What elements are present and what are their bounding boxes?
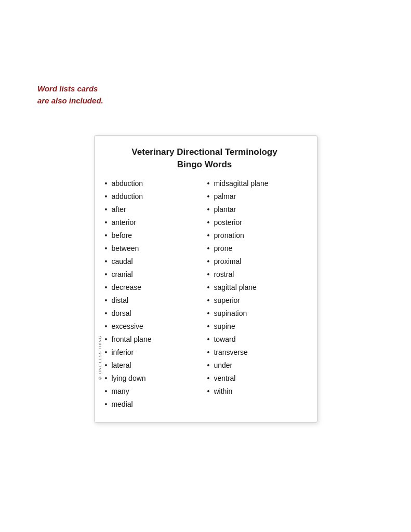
list-item: toward <box>207 334 304 345</box>
list-item: excessive <box>105 321 202 332</box>
list-item: midsagittal plane <box>207 178 304 189</box>
copyright-label: © ONE LESS THING <box>98 336 102 380</box>
list-item: rostral <box>207 269 304 280</box>
list-item: posterior <box>207 217 304 228</box>
list-item: ventral <box>207 373 304 384</box>
list-item: decrease <box>105 282 202 293</box>
list-item: cranial <box>105 269 202 280</box>
word-list-line2: are also included. <box>37 95 103 107</box>
list-item: proximal <box>207 256 304 267</box>
list-item: superior <box>207 295 304 306</box>
list-item: distal <box>105 295 202 306</box>
list-item: many <box>105 386 202 397</box>
list-item: anterior <box>105 217 202 228</box>
list-item: dorsal <box>105 308 202 319</box>
list-item: plantar <box>207 204 304 215</box>
list-item: lying down <box>105 373 202 384</box>
list-item: lateral <box>105 360 202 371</box>
list-item: adduction <box>105 191 202 202</box>
word-list-label: Word lists cards are also included. <box>37 83 103 107</box>
list-item: between <box>105 243 202 254</box>
list-item: under <box>207 360 304 371</box>
right-word-column: midsagittal planepalmarplantarposteriorp… <box>207 178 304 412</box>
card-title: Veterinary Directional Terminology Bingo… <box>105 146 304 171</box>
list-item: after <box>105 204 202 215</box>
left-word-column: abductionadductionafteranteriorbeforebet… <box>105 178 202 412</box>
card-title-line2: Bingo Words <box>105 158 304 171</box>
list-item: inferior <box>105 347 202 358</box>
page-container: Word lists cards are also included. Vete… <box>0 0 411 532</box>
list-item: abduction <box>105 178 202 189</box>
columns-container: abductionadductionafteranteriorbeforebet… <box>105 178 304 412</box>
list-item: within <box>207 386 304 397</box>
word-list-line1: Word lists cards <box>37 83 103 95</box>
list-item: prone <box>207 243 304 254</box>
list-item: pronation <box>207 230 304 241</box>
list-item: before <box>105 230 202 241</box>
list-item: medial <box>105 399 202 410</box>
list-item: caudal <box>105 256 202 267</box>
list-item: transverse <box>207 347 304 358</box>
card-title-line1: Veterinary Directional Terminology <box>105 146 304 158</box>
list-item: supination <box>207 308 304 319</box>
bingo-card: Veterinary Directional Terminology Bingo… <box>94 135 317 423</box>
list-item: frontal plane <box>105 334 202 345</box>
list-item: sagittal plane <box>207 282 304 293</box>
list-item: palmar <box>207 191 304 202</box>
list-item: supine <box>207 321 304 332</box>
